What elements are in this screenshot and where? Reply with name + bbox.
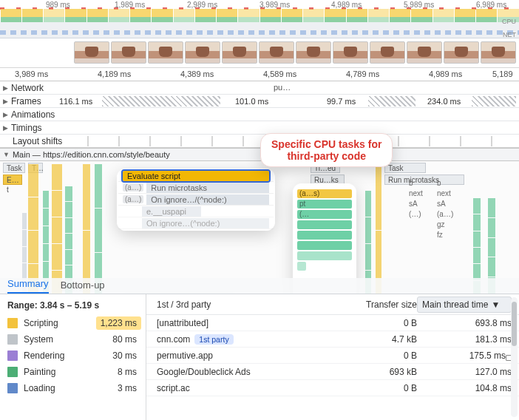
sort-desc-icon: ▼ bbox=[491, 299, 500, 310]
task-chip[interactable]: Ti…ed bbox=[311, 163, 340, 173]
network-entry: pu… bbox=[274, 83, 291, 92]
track-label: Animations bbox=[11, 109, 55, 120]
disclosure-triangle-icon[interactable]: ▶ bbox=[3, 111, 8, 118]
scroll-thumb[interactable] bbox=[512, 302, 517, 346]
overview-flame bbox=[0, 9, 519, 22]
filmstrip-thumb[interactable] bbox=[296, 41, 331, 64]
track-main[interactable]: ▼ Main — https://edition.cnn.com/style/b… bbox=[0, 148, 519, 161]
col-transfer-size[interactable]: Transfer size bbox=[349, 299, 417, 310]
flame-event-run-microtasks[interactable]: Run microtasks bbox=[146, 183, 269, 193]
filmstrip-thumb[interactable] bbox=[481, 41, 516, 64]
track-timings[interactable]: ▶ Timings bbox=[0, 121, 519, 135]
summary-cat-rendering[interactable]: Rendering 30 ms bbox=[7, 348, 141, 364]
flame-event-anon[interactable]: (a…) bbox=[123, 195, 143, 203]
transfer-size: 0 B bbox=[349, 318, 417, 328]
flame-event-evaluate-script[interactable]: Evaluate script bbox=[123, 171, 269, 181]
track-animations[interactable]: ▶ Animations bbox=[0, 108, 519, 121]
table-row[interactable]: [unattributed] 0 B 693.8 ms bbox=[146, 315, 519, 331]
filmstrip-thumb[interactable] bbox=[111, 41, 146, 64]
details-panel: Summary Bottom-up Range: 3.84 s – 5.19 s… bbox=[0, 294, 519, 420]
table-row[interactable]: Google/Doubleclick Ads 693 kB 127.0 ms bbox=[146, 364, 519, 380]
flame-event-uspapi[interactable]: e.__uspapi bbox=[142, 206, 201, 217]
overview-minimap[interactable]: 989 ms 1,989 ms 2,989 ms 3,989 ms 4,989 … bbox=[0, 0, 519, 38]
flame-event[interactable]: (… bbox=[297, 210, 352, 219]
transfer-size: 0 B bbox=[349, 383, 417, 393]
track-label: Network bbox=[11, 83, 44, 93]
summary-cat-loading[interactable]: Loading 3 ms bbox=[7, 380, 141, 396]
flame-event[interactable] bbox=[297, 251, 352, 260]
summary-cat-value: 3 ms bbox=[113, 382, 141, 395]
track-frames[interactable]: ▶ Frames 116.1 ms 101.0 ms 99.7 ms 234.0… bbox=[0, 95, 519, 108]
screenshot-filmstrip[interactable] bbox=[0, 38, 519, 68]
flame-event[interactable]: pt bbox=[297, 200, 352, 209]
disclosure-triangle-icon[interactable]: ▼ bbox=[3, 151, 10, 158]
partial-frame bbox=[368, 96, 415, 106]
filmstrip-thumb[interactable] bbox=[259, 41, 294, 64]
table-row[interactable]: cnn.com 1st party 4.7 kB 181.3 ms bbox=[146, 331, 519, 348]
filmstrip-thumb[interactable] bbox=[333, 41, 368, 64]
summary-cat-scripting[interactable]: Scripting 1,223 ms bbox=[7, 315, 141, 331]
task-chip[interactable]: Ru…ks bbox=[311, 175, 345, 185]
frame-duration: 101.0 ms bbox=[234, 97, 270, 106]
track-label: Timings bbox=[11, 123, 42, 133]
swatch-icon bbox=[7, 383, 18, 393]
filmstrip-thumb[interactable] bbox=[444, 41, 479, 64]
flame-event[interactable] bbox=[297, 241, 352, 250]
timeline-ruler[interactable]: 3,989 ms 4,189 ms 4,389 ms 4,589 ms 4,78… bbox=[0, 68, 519, 81]
task-chip[interactable]: Task bbox=[3, 163, 25, 173]
filmstrip-thumb[interactable] bbox=[74, 41, 109, 64]
flame-event-on-ignore[interactable]: On ignore…(^node:) bbox=[142, 218, 269, 228]
thread-time: 127.0 ms bbox=[417, 367, 512, 377]
disclosure-triangle-icon[interactable]: ▶ bbox=[3, 84, 8, 92]
tab-bottom-up[interactable]: Bottom-up bbox=[61, 277, 105, 294]
flame-event-anon[interactable]: (a…) bbox=[123, 183, 143, 192]
filmstrip-thumb[interactable] bbox=[370, 41, 405, 64]
transfer-size: 0 B bbox=[349, 350, 417, 361]
filmstrip-thumb[interactable] bbox=[222, 41, 257, 64]
call-stack-snippet: bb nextnext sAsA (…)(a…) gz fz bbox=[409, 179, 462, 241]
event-chip[interactable]: E…t bbox=[3, 175, 22, 185]
summary-cat-value: 1,223 ms bbox=[96, 316, 141, 330]
summary-cat-value: 30 ms bbox=[108, 349, 141, 362]
summary-cat-label: System bbox=[24, 334, 53, 345]
summary-cat-value: 80 ms bbox=[108, 333, 141, 346]
flame-event[interactable] bbox=[297, 220, 352, 229]
summary-cat-painting[interactable]: Painting 8 ms bbox=[7, 364, 141, 380]
summary-cat-label: Scripting bbox=[24, 318, 58, 328]
partial-frame bbox=[472, 96, 516, 106]
main-track-label: Main — https://edition.cnn.com/style/bea… bbox=[13, 150, 170, 159]
flame-event-on-ignore[interactable]: On ignore…/(^node:) bbox=[146, 194, 269, 205]
highlight-evaluate-script: Evaluate script (a…) Run microtasks (a…)… bbox=[117, 169, 275, 231]
swatch-icon bbox=[7, 350, 18, 361]
table-header-row: 1st / 3rd party Transfer size Main threa… bbox=[146, 294, 519, 315]
flame-event[interactable] bbox=[297, 231, 352, 240]
summary-cat-label: Rendering bbox=[24, 350, 64, 361]
filmstrip-thumb[interactable] bbox=[148, 41, 183, 64]
table-row[interactable]: script.ac 0 B 104.8 ms bbox=[146, 380, 519, 396]
track-network[interactable]: ▶ Network pu… bbox=[0, 81, 519, 95]
filmstrip-thumb[interactable] bbox=[407, 41, 442, 64]
third-party-table: 1st / 3rd party Transfer size Main threa… bbox=[146, 294, 519, 420]
flame-event[interactable] bbox=[297, 262, 306, 271]
ruler-tick: 4,789 ms bbox=[346, 70, 379, 78]
ruler-tick: 3,989 ms bbox=[15, 70, 48, 78]
partial-frame bbox=[102, 96, 220, 106]
first-party-badge: 1st party bbox=[194, 334, 233, 345]
thread-time: 181.3 ms bbox=[417, 334, 512, 345]
track-layout-shifts[interactable]: Layout shifts bbox=[0, 135, 519, 148]
ruler-tick: 4,589 ms bbox=[263, 70, 296, 78]
table-row[interactable]: permutive.app 0 B 175.5 ms bbox=[146, 348, 519, 364]
disclosure-triangle-icon[interactable]: ▶ bbox=[3, 124, 8, 132]
task-chip[interactable]: Task bbox=[384, 163, 426, 173]
overview-network bbox=[0, 30, 519, 35]
frame-duration: 116.1 ms bbox=[58, 97, 94, 106]
disclosure-triangle-icon[interactable]: ▶ bbox=[3, 98, 8, 105]
vertical-scrollbar[interactable] bbox=[511, 297, 518, 417]
col-main-thread-time[interactable]: Main thread time ▼ bbox=[417, 297, 512, 313]
col-party[interactable]: 1st / 3rd party bbox=[157, 299, 349, 310]
filmstrip-thumb[interactable] bbox=[185, 41, 220, 64]
summary-cat-system[interactable]: System 80 ms bbox=[7, 331, 141, 348]
tab-summary[interactable]: Summary bbox=[7, 275, 49, 294]
frame-duration: 99.7 ms bbox=[325, 97, 357, 106]
flame-event[interactable]: (a…s) bbox=[297, 189, 352, 198]
